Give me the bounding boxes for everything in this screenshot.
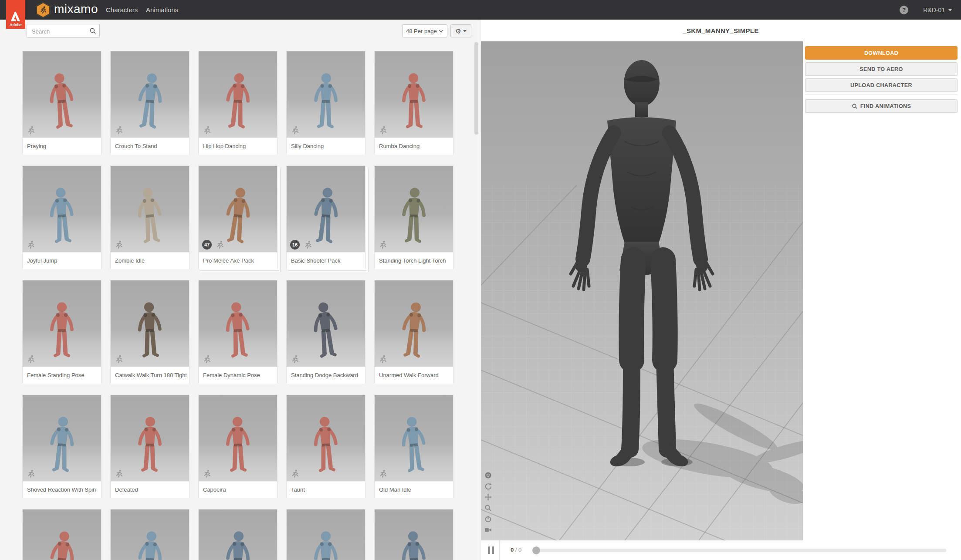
animation-card[interactable]: 16 Basic Shooter Pack	[286, 165, 365, 269]
video-camera-icon[interactable]	[484, 526, 492, 533]
settings-dropdown-button[interactable]: ⚙	[450, 24, 471, 37]
animation-card[interactable]: Capoeira	[198, 395, 277, 498]
animation-card[interactable]: Defeated	[110, 395, 189, 498]
animation-card[interactable]: 47 Pro Melee Axe Pack	[198, 165, 277, 269]
animation-card[interactable]: Crouch To Stand	[110, 51, 189, 155]
character-figure	[129, 185, 171, 249]
search-box	[27, 24, 100, 38]
animation-runner-icon	[290, 125, 300, 135]
character-figure	[42, 414, 81, 477]
animation-runner-icon	[114, 354, 124, 364]
animation-runner-icon	[290, 469, 300, 479]
animation-card[interactable]: Hip Hop Dancing	[198, 51, 277, 155]
viewer-3d[interactable]	[481, 41, 803, 540]
timeline-slider-handle[interactable]	[532, 547, 540, 554]
animation-runner-icon	[26, 469, 36, 479]
download-button[interactable]: DOWNLOAD	[805, 46, 958, 60]
account-menu[interactable]: R&D-01	[923, 7, 952, 13]
character-figure	[395, 71, 433, 132]
animation-runner-icon	[114, 240, 124, 250]
brand-wordmark[interactable]: mixamo	[54, 2, 98, 16]
animation-card-label: Taunt	[287, 481, 365, 498]
gear-icon: ⚙	[455, 28, 461, 34]
character-figure	[129, 70, 171, 134]
panel-scrollbar-thumb[interactable]	[474, 42, 478, 135]
character-head-icon[interactable]	[484, 472, 492, 479]
animation-card[interactable]	[110, 509, 189, 560]
player-divider	[499, 540, 500, 560]
animation-thumbnail	[287, 280, 365, 367]
character-title-bar: _SKM_MANNY_SIMPLE	[480, 20, 961, 41]
help-icon[interactable]: ?	[900, 6, 908, 14]
animation-runner-icon	[378, 125, 388, 135]
chevron-down-icon	[948, 9, 952, 11]
animation-card[interactable]	[286, 509, 365, 560]
animation-card[interactable]	[22, 509, 102, 560]
zoom-camera-icon[interactable]	[484, 504, 492, 512]
animation-card[interactable]	[198, 509, 277, 560]
character-figure	[219, 529, 257, 560]
viewer-camera-tools	[484, 472, 492, 533]
animation-card[interactable]: Silly Dancing	[286, 51, 365, 155]
animation-card[interactable]: Zombie Idle	[110, 165, 189, 269]
nav-link-animations[interactable]: Animations	[146, 6, 178, 13]
animation-card[interactable]: Standing Torch Light Torch	[374, 165, 453, 269]
account-label: R&D-01	[923, 7, 945, 13]
animation-card-label: Capoeira	[199, 481, 277, 498]
frame-separator: /	[515, 547, 517, 553]
animation-card[interactable]	[374, 509, 453, 560]
pan-camera-icon[interactable]	[484, 493, 492, 501]
per-page-select[interactable]: 48 Per page	[402, 24, 447, 37]
caret-down-icon	[463, 30, 467, 32]
rotate-camera-icon[interactable]	[484, 482, 492, 490]
animation-card[interactable]: Old Man Idle	[374, 395, 453, 498]
mixamo-logo-icon[interactable]	[36, 2, 51, 18]
character-figure	[305, 299, 347, 363]
reset-camera-icon[interactable]	[484, 515, 492, 523]
pack-count-badge: 16	[290, 240, 300, 250]
frame-total: 0	[518, 547, 521, 553]
animation-card-label: Silly Dancing	[287, 138, 365, 155]
find-animations-button[interactable]: FIND ANIMATIONS	[805, 99, 958, 113]
animation-card[interactable]: Female Standing Pose	[22, 280, 102, 384]
adobe-logo[interactable]: Adobe	[6, 0, 25, 29]
animation-card[interactable]: Catwalk Walk Turn 180 Tight	[110, 280, 189, 384]
adobe-a-icon	[10, 11, 22, 22]
viewer-canvas[interactable]	[481, 41, 803, 540]
send-to-aero-button[interactable]: SEND TO AERO	[805, 62, 958, 76]
animation-card[interactable]: Shoved Reaction With Spin	[22, 395, 102, 498]
character-figure	[393, 299, 435, 363]
animation-thumbnail	[23, 509, 101, 560]
animation-card-label: Praying	[23, 138, 101, 155]
character-figure	[131, 300, 169, 362]
character-figure	[42, 185, 81, 248]
character-figure	[217, 184, 259, 249]
animation-runner-icon	[26, 240, 36, 250]
character-name: _SKM_MANNY_SIMPLE	[683, 27, 758, 34]
animation-card-label: Crouch To Stand	[111, 138, 189, 155]
upload-character-button[interactable]: UPLOAD CHARACTER	[805, 78, 958, 92]
search-input[interactable]	[31, 24, 87, 38]
search-icon[interactable]	[89, 27, 96, 34]
animation-thumbnail	[111, 509, 189, 560]
animation-card[interactable]: Female Dynamic Pose	[198, 280, 277, 384]
animation-thumbnail	[287, 395, 365, 481]
animation-card[interactable]: Standing Dodge Backward	[286, 280, 365, 384]
character-figure	[218, 71, 257, 133]
animation-card[interactable]: Praying	[22, 51, 102, 155]
animation-runner-icon	[378, 354, 388, 364]
animation-card-label: Standing Dodge Backward	[287, 367, 365, 384]
animation-card[interactable]: Rumba Dancing	[374, 51, 453, 155]
animation-card[interactable]: Joyful Jump	[22, 165, 102, 269]
timeline-slider[interactable]	[532, 549, 946, 552]
animation-card[interactable]: Taunt	[286, 395, 365, 498]
animation-thumbnail	[111, 166, 189, 252]
search-icon	[852, 103, 858, 109]
nav-link-characters[interactable]: Characters	[106, 6, 138, 13]
pause-button[interactable]	[488, 547, 497, 554]
playback-bar: 0 / 0	[481, 540, 961, 560]
animation-thumbnail	[287, 509, 365, 560]
animation-runner-icon	[114, 125, 124, 135]
character-figure	[393, 414, 435, 478]
animation-card[interactable]: Unarmed Walk Forward	[374, 280, 453, 384]
